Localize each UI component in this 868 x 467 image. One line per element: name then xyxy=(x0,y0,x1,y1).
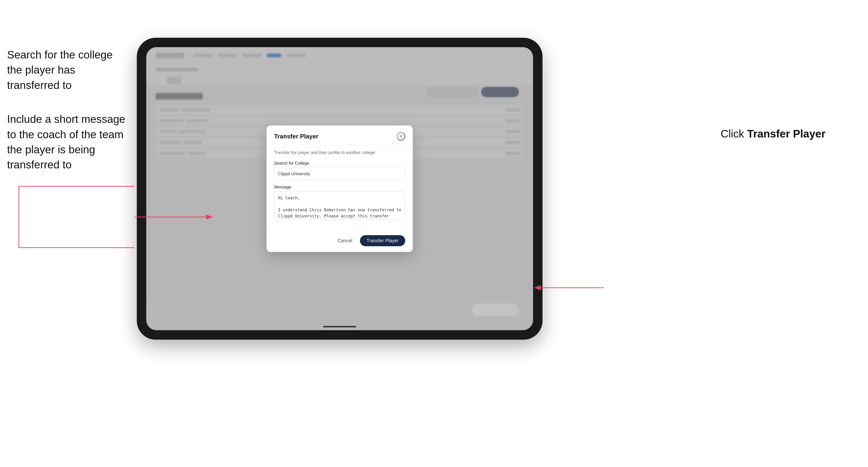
search-college-group: Search for College xyxy=(274,161,405,180)
message-group: Message Hi Coach, I understand Chris Rob… xyxy=(274,185,405,221)
annotation-message: Include a short messageto the coach of t… xyxy=(7,112,130,173)
ipad-frame: Transfer Player × Transfer the player an… xyxy=(137,38,542,340)
message-label: Message xyxy=(274,185,405,190)
ipad-screen: Transfer Player × Transfer the player an… xyxy=(146,47,533,330)
modal-body: Transfer the player and their profile to… xyxy=(267,145,413,231)
modal-footer: Cancel Transfer Player xyxy=(267,231,413,252)
search-college-label: Search for College xyxy=(274,161,405,166)
transfer-player-button[interactable]: Transfer Player xyxy=(360,235,405,246)
transfer-player-modal: Transfer Player × Transfer the player an… xyxy=(267,125,413,252)
modal-overlay: Transfer Player × Transfer the player an… xyxy=(146,47,533,330)
message-textarea[interactable]: Hi Coach, I understand Chris Robertson h… xyxy=(274,191,405,220)
cancel-button[interactable]: Cancel xyxy=(334,236,356,245)
modal-description: Transfer the player and their profile to… xyxy=(274,150,405,155)
modal-title: Transfer Player xyxy=(274,133,318,140)
search-college-input[interactable] xyxy=(274,168,405,180)
bottom-button-mock xyxy=(472,304,519,316)
modal-close-button[interactable]: × xyxy=(397,132,405,141)
modal-header: Transfer Player × xyxy=(267,125,413,145)
annotation-search: Search for the college the player has tr… xyxy=(7,47,130,93)
annotation-right: Click Transfer Player xyxy=(720,127,826,140)
home-indicator xyxy=(323,326,356,328)
